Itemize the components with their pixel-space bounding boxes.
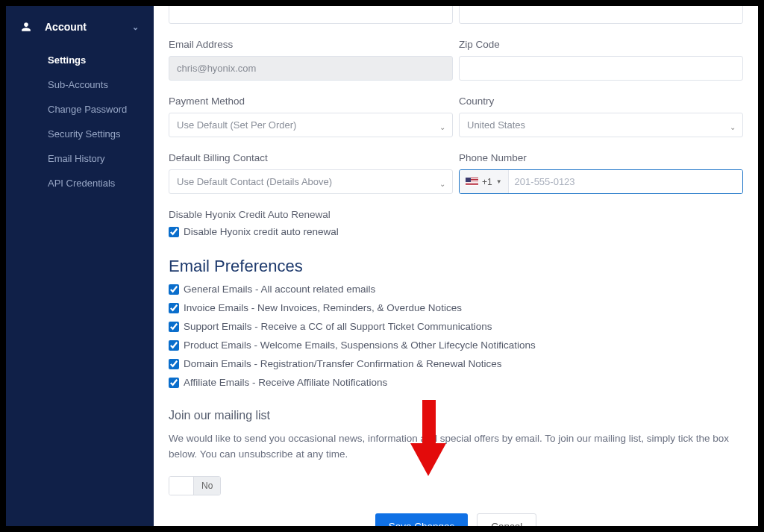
country-select[interactable]: United States	[459, 113, 743, 137]
prev-field-left[interactable]	[169, 6, 453, 24]
pref-checkbox[interactable]	[169, 303, 179, 313]
triangle-down-icon: ▼	[496, 178, 502, 185]
sidebar-item-sub-accounts[interactable]: Sub-Accounts	[48, 72, 154, 97]
pref-row: Invoice Emails - New Invoices, Reminders…	[169, 302, 743, 313]
pref-label: Support Emails - Receive a CC of all Sup…	[184, 321, 492, 332]
pref-label: Domain Emails - Registration/Transfer Co…	[184, 358, 501, 369]
email-prefs-list: General Emails - All account related ema…	[169, 284, 743, 388]
field-billing-contact: Default Billing Contact Use Default Cont…	[169, 152, 453, 194]
field-phone: Phone Number +1 ▼	[459, 152, 743, 194]
zip-input[interactable]	[459, 56, 743, 81]
form-right-column: Zip Code Country United States ⌄	[456, 6, 746, 237]
payment-method-label: Payment Method	[169, 96, 453, 107]
pref-label: General Emails - All account related ema…	[184, 284, 375, 295]
chevron-down-icon: ⌄	[132, 22, 139, 32]
zip-label: Zip Code	[459, 39, 743, 50]
sidebar-title: Account	[45, 21, 87, 33]
pref-row: Support Emails - Receive a CC of all Sup…	[169, 321, 743, 332]
field-zip: Zip Code	[459, 39, 743, 81]
billing-contact-select[interactable]: Use Default Contact (Details Above)	[169, 169, 453, 194]
sidebar-items: SettingsSub-AccountsChange PasswordSecur…	[6, 48, 154, 195]
pref-row: Product Emails - Welcome Emails, Suspens…	[169, 339, 743, 351]
phone-country-selector[interactable]: +1 ▼	[460, 170, 509, 193]
disable-renewal-label: Disable Hyonix Credit Auto Renewal	[169, 209, 453, 220]
phone-dial-code: +1	[482, 177, 492, 187]
form-actions: Save Changes Cancel	[169, 513, 743, 526]
phone-label: Phone Number	[459, 152, 743, 163]
country-label: Country	[459, 96, 743, 107]
pref-label: Invoice Emails - New Invoices, Reminders…	[184, 302, 462, 313]
pref-checkbox[interactable]	[169, 359, 179, 369]
save-button[interactable]: Save Changes	[375, 513, 469, 526]
us-flag-icon	[466, 178, 478, 186]
form-left-column: Email Address Payment Method Use Default…	[166, 6, 456, 237]
email-prefs-title: Email Preferences	[169, 257, 743, 276]
sidebar-item-security-settings[interactable]: Security Settings	[48, 122, 154, 146]
cancel-button[interactable]: Cancel	[477, 513, 536, 526]
sidebar-item-change-password[interactable]: Change Password	[48, 97, 154, 122]
field-payment-method: Payment Method Use Default (Set Per Orde…	[169, 96, 453, 137]
pref-row: Domain Emails - Registration/Transfer Co…	[169, 358, 743, 369]
mailing-list-title: Join our mailing list	[169, 409, 743, 422]
main-content: Email Address Payment Method Use Default…	[154, 6, 758, 526]
pref-checkbox[interactable]	[169, 284, 179, 295]
pref-checkbox[interactable]	[169, 378, 179, 388]
sidebar-header-account[interactable]: Account ⌄	[6, 15, 154, 39]
mailing-list-desc: We would like to send you occasional new…	[169, 431, 743, 463]
pref-checkbox[interactable]	[169, 340, 179, 351]
toggle-empty	[169, 477, 193, 495]
disable-renewal-text: Disable Hyonix credit auto renewal	[184, 226, 339, 237]
sidebar-item-email-history[interactable]: Email History	[48, 146, 154, 171]
phone-input[interactable]	[509, 170, 742, 193]
field-email: Email Address	[169, 39, 453, 81]
pref-row: Affiliate Emails - Receive Affiliate Not…	[169, 377, 743, 388]
sidebar-item-api-credentials[interactable]: API Credentials	[48, 171, 154, 195]
payment-method-select[interactable]: Use Default (Set Per Order)	[169, 113, 453, 137]
disable-renewal-checkbox[interactable]	[169, 227, 179, 237]
sidebar-item-settings[interactable]: Settings	[48, 48, 154, 72]
pref-checkbox[interactable]	[169, 322, 179, 332]
user-icon	[21, 22, 31, 32]
email-input[interactable]	[169, 56, 453, 81]
sidebar: Account ⌄ SettingsSub-AccountsChange Pas…	[6, 6, 154, 526]
app-frame: Account ⌄ SettingsSub-AccountsChange Pas…	[6, 6, 758, 526]
field-disable-renewal: Disable Hyonix Credit Auto Renewal Disab…	[169, 209, 453, 237]
email-preferences-section: Email Preferences General Emails - All a…	[166, 257, 746, 526]
billing-contact-label: Default Billing Contact	[169, 152, 453, 163]
prev-field-right[interactable]	[459, 6, 743, 24]
pref-label: Product Emails - Welcome Emails, Suspens…	[184, 339, 536, 351]
pref-label: Affiliate Emails - Receive Affiliate Not…	[184, 377, 387, 388]
pref-row: General Emails - All account related ema…	[169, 284, 743, 295]
email-label: Email Address	[169, 39, 453, 50]
toggle-no-label: No	[193, 477, 220, 495]
mailing-toggle[interactable]: No	[169, 476, 221, 495]
field-country: Country United States ⌄	[459, 96, 743, 137]
